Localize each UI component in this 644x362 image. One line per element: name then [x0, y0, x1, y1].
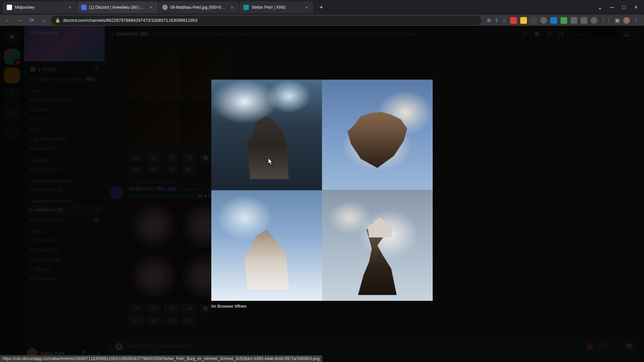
- image-lightbox: Im Browser öffnen: [211, 79, 433, 308]
- chevron-down-icon[interactable]: ⌄: [597, 4, 602, 11]
- close-icon[interactable]: ×: [229, 5, 235, 10]
- address-bar[interactable]: 🔒 discord.com/channels/66226797698429747…: [51, 16, 481, 25]
- close-icon[interactable]: ×: [304, 5, 309, 10]
- status-bar: https://cdn.discordapp.com/attachments/1…: [0, 355, 322, 362]
- tab-title: (1) Discord | #newbies-160 | Mid: [89, 5, 146, 10]
- lock-icon: 🔒: [55, 18, 60, 23]
- maximize-icon[interactable]: □: [621, 4, 627, 11]
- home-button[interactable]: ⌂: [39, 16, 48, 25]
- castle-image-2: [322, 79, 433, 190]
- xing-favicon: [244, 5, 249, 10]
- forward-button[interactable]: →: [15, 16, 24, 25]
- lightbox-image[interactable]: [211, 79, 433, 301]
- back-button[interactable]: ←: [3, 16, 12, 25]
- star-icon[interactable]: ☆: [502, 17, 507, 24]
- tab-discord[interactable]: (1) Discord | #newbies-160 | Mid ×: [77, 1, 158, 13]
- midjourney-favicon: [7, 5, 12, 10]
- close-icon[interactable]: ×: [148, 5, 154, 10]
- ext-icon-2[interactable]: [520, 17, 527, 24]
- status-url: https://cdn.discordapp.com/attachments/1…: [3, 356, 320, 361]
- new-tab-button[interactable]: +: [317, 3, 326, 12]
- browser-chrome: Midjourney × (1) Discord | #newbies-160 …: [0, 0, 644, 26]
- castle-image-4: [322, 190, 433, 301]
- extension-icons: ⊕ ⇪ ☆ ⋮⋮ ▣ ⋮: [484, 17, 641, 24]
- castle-image-1: [211, 79, 322, 190]
- ext-icon-7[interactable]: [571, 17, 577, 24]
- tab-midjourney[interactable]: Midjourney ×: [3, 1, 76, 13]
- discord-favicon: [81, 5, 87, 10]
- window-controls: ⌄ ─ □ ×: [597, 4, 644, 11]
- extensions-icon[interactable]: ⋮⋮: [601, 17, 611, 24]
- share-icon[interactable]: ⇪: [494, 17, 499, 24]
- discord-app: 1 + ↓ Midjourney ⌄ ● Öffentlich 📅 1 Even…: [0, 26, 644, 362]
- close-icon[interactable]: ×: [67, 5, 72, 10]
- ext-icon-4[interactable]: [540, 17, 547, 24]
- profile-avatar[interactable]: [623, 17, 630, 24]
- url-text: discord.com/channels/662267976984297473/…: [63, 18, 197, 23]
- tab-bar: Midjourney × (1) Discord | #newbies-160 …: [0, 0, 644, 15]
- ext-icon-5[interactable]: [550, 17, 557, 24]
- sidepanel-icon[interactable]: ▣: [615, 17, 620, 24]
- tab-title: Stefan Petri | XING: [252, 5, 301, 10]
- tab-title: 06-Matthias-Petri.jpg (500×500): [170, 5, 227, 10]
- ext-icon-1[interactable]: [510, 17, 517, 24]
- ext-icon-9[interactable]: [591, 17, 597, 24]
- reload-button[interactable]: ⟳: [27, 16, 36, 25]
- tab-image[interactable]: 06-Matthias-Petri.jpg (500×500) ×: [158, 1, 239, 13]
- translate-icon[interactable]: ⊕: [487, 17, 491, 24]
- menu-icon[interactable]: ⋮: [633, 17, 639, 24]
- open-in-browser-link[interactable]: Im Browser öffnen: [211, 303, 433, 308]
- tab-title: Midjourney: [15, 5, 64, 10]
- nav-bar: ← → ⟳ ⌂ 🔒 discord.com/channels/662267976…: [0, 15, 644, 26]
- ext-icon-3[interactable]: [530, 17, 537, 24]
- tab-xing[interactable]: Stefan Petri | XING ×: [239, 1, 313, 13]
- image-favicon: [162, 5, 168, 10]
- ext-icon-8[interactable]: [581, 17, 587, 24]
- ext-icon-6[interactable]: [560, 17, 567, 24]
- close-window-icon[interactable]: ×: [633, 4, 639, 11]
- castle-image-3: [211, 190, 322, 301]
- minimize-icon[interactable]: ─: [609, 4, 614, 11]
